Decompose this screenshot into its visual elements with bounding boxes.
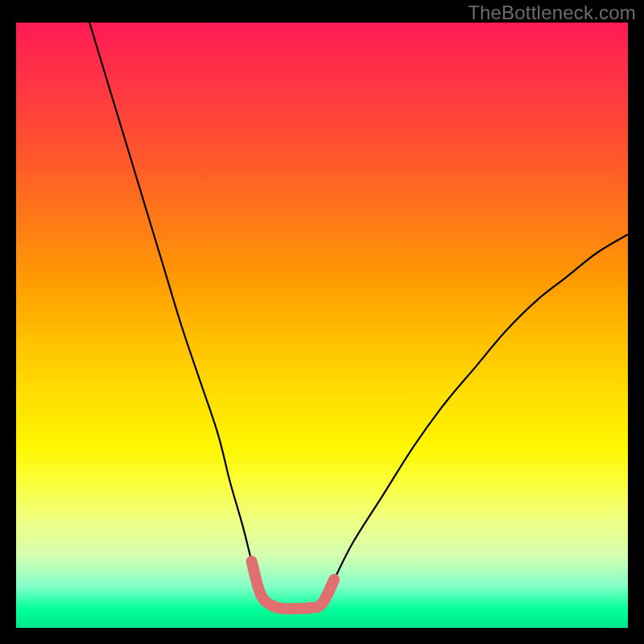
curve-svg: [16, 23, 628, 628]
curve-path: [89, 23, 628, 609]
watermark-text: TheBottleneck.com: [468, 2, 636, 24]
chart-frame: TheBottleneck.com: [0, 0, 644, 644]
plot-area: [16, 23, 628, 628]
highlight-path: [252, 561, 335, 609]
